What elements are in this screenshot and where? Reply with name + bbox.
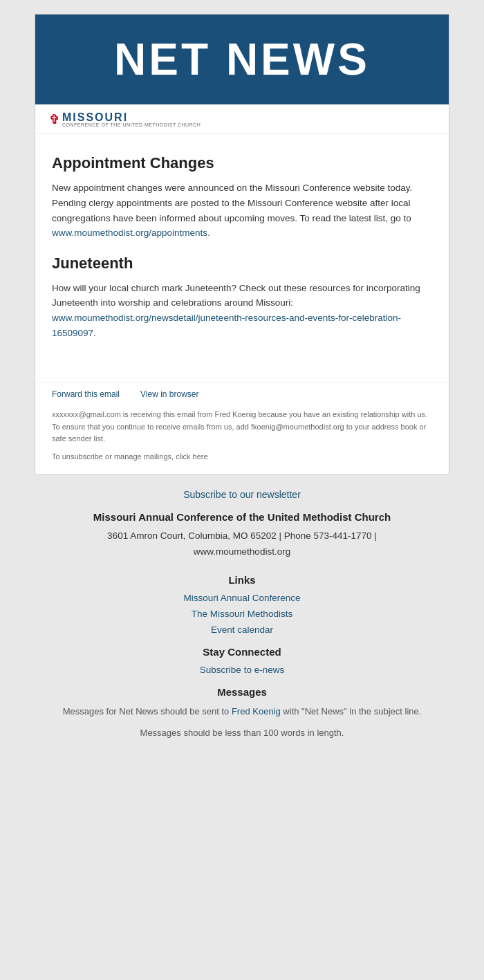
- org-address-line2: www.moumethodist.org: [194, 546, 290, 557]
- links-heading: Links: [28, 574, 456, 586]
- subscribe-newsletter-link[interactable]: Subscribe to our newsletter: [28, 489, 456, 500]
- logo-name: MISSOURI: [62, 111, 128, 123]
- org-address-line1: 3601 Amron Court, Columbia, MO 65202 | P…: [107, 530, 377, 541]
- juneteenth-link[interactable]: www.moumethodist.org/newsdetail/juneteen…: [52, 313, 401, 338]
- messages-text-before: Messages for Net News should be sent to: [63, 706, 230, 716]
- stay-connected-heading: Stay Connected: [28, 646, 456, 658]
- appointment-changes-text: New appointment changes were announced o…: [52, 181, 432, 240]
- messages-length-text: Messages should be less than 100 words i…: [28, 726, 456, 741]
- juneteenth-text: How will your local church mark Juneteen…: [52, 281, 432, 340]
- messages-heading: Messages: [28, 686, 456, 698]
- org-address: 3601 Amron Court, Columbia, MO 65202 | P…: [28, 528, 456, 560]
- event-calendar-link[interactable]: Event calendar: [28, 625, 456, 635]
- juneteenth-title: Juneteenth: [52, 255, 432, 272]
- email-card: NET NEWS ✞ MISSOURI CONFERENCE OF THE UN…: [35, 14, 449, 475]
- subscribe-enews-link[interactable]: Subscribe to e-news: [28, 665, 456, 675]
- fred-koenig-link[interactable]: Fred Koenig: [232, 706, 281, 716]
- header-banner: NET NEWS: [35, 15, 449, 104]
- email-footer-links: Forward this email View in browser: [52, 389, 432, 399]
- missouri-methodists-link[interactable]: The Missouri Methodists: [28, 609, 456, 619]
- forward-email-link[interactable]: Forward this email: [52, 389, 120, 399]
- bottom-section: Subscribe to our newsletter Missouri Ann…: [0, 475, 484, 754]
- email-footer: Forward this email View in browser xxxxx…: [35, 382, 449, 474]
- logo: ✞ MISSOURI CONFERENCE OF THE UNITED METH…: [49, 111, 435, 127]
- unsubscribe-text: To unsubscribe or manage mailings, click…: [52, 452, 432, 461]
- page-wrapper: NET NEWS ✞ MISSOURI CONFERENCE OF THE UN…: [0, 0, 484, 775]
- triangle-decoration: [221, 84, 263, 104]
- cross-icon: ✞: [49, 112, 59, 127]
- org-name: Missouri Annual Conference of the United…: [28, 511, 456, 523]
- appointments-link[interactable]: www.moumethodist.org/appointments: [52, 228, 207, 238]
- view-in-browser-link[interactable]: View in browser: [140, 389, 198, 399]
- newsletter-title: NET NEWS: [49, 35, 435, 84]
- email-content: Appointment Changes New appointment chan…: [35, 133, 449, 368]
- messages-send-text: Messages for Net News should be sent to …: [28, 705, 456, 719]
- unsubscribe-link[interactable]: To unsubscribe or manage mailings, click…: [52, 452, 208, 461]
- logo-bar: ✞ MISSOURI CONFERENCE OF THE UNITED METH…: [35, 104, 449, 133]
- logo-text-group: MISSOURI CONFERENCE OF THE UNITED METHOD…: [62, 111, 201, 127]
- logo-subtitle: CONFERENCE OF THE UNITED METHODIST CHURC…: [62, 122, 201, 127]
- missouri-annual-conference-link[interactable]: Missouri Annual Conference: [28, 593, 456, 603]
- messages-text-after: with "Net News" in the subject line.: [283, 706, 421, 716]
- relationship-text: xxxxxxx@gmail.com is receiving this emai…: [52, 409, 432, 445]
- appointment-changes-title: Appointment Changes: [52, 154, 432, 172]
